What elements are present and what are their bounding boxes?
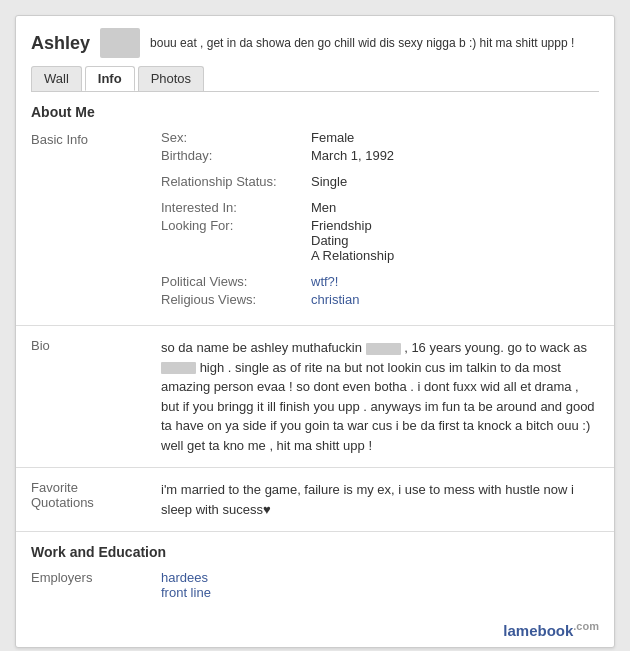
interested-in-row: Interested In: Men	[161, 200, 599, 215]
lamebook-logo: lamebook.com	[503, 622, 599, 639]
relationship-status-row: Relationship Status: Single	[161, 174, 599, 189]
quotations-section: Favorite Quotations i'm married to the g…	[16, 468, 614, 532]
looking-for-1: Friendship	[311, 218, 394, 233]
birthday-label: Birthday:	[161, 148, 311, 163]
bio-layout: Bio so da name be ashley muthafuckin , 1…	[31, 338, 599, 455]
bio-section: Bio so da name be ashley muthafuckin , 1…	[16, 326, 614, 468]
work-education-section: Work and Education Employers hardees fro…	[16, 532, 614, 612]
status-text: bouu eat , get in da showa den go chill …	[150, 36, 599, 50]
looking-for-values: Friendship Dating A Relationship	[311, 218, 394, 263]
work-content: hardees front line	[161, 570, 599, 600]
religious-views-value: christian	[311, 292, 359, 307]
basic-info-label: Basic Info	[31, 130, 161, 310]
interested-in-label: Interested In:	[161, 200, 311, 215]
profile-header: Ashley bouu eat , get in da showa den go…	[16, 16, 614, 66]
birthday-value: March 1, 1992	[311, 148, 394, 163]
username: Ashley	[31, 33, 90, 54]
tab-photos[interactable]: Photos	[138, 66, 204, 91]
work-layout: Employers hardees front line	[31, 570, 599, 600]
relationship-status-value: Single	[311, 174, 347, 189]
avatar	[100, 28, 140, 58]
logo-text: lamebook	[503, 622, 573, 639]
basic-info-content: Sex: Female Birthday: March 1, 1992 Rela…	[161, 130, 599, 310]
birthday-row: Birthday: March 1, 1992	[161, 148, 599, 163]
looking-for-row: Looking For: Friendship Dating A Relatio…	[161, 218, 599, 263]
political-views-value: wtf?!	[311, 274, 338, 289]
quotes-layout: Favorite Quotations i'm married to the g…	[31, 480, 599, 519]
relationship-status-label: Relationship Status:	[161, 174, 311, 189]
bio-text-3: high . single as of rite na but not look…	[161, 360, 595, 453]
tab-wall[interactable]: Wall	[31, 66, 82, 91]
political-views-link[interactable]: wtf?!	[311, 274, 338, 289]
sex-label: Sex:	[161, 130, 311, 145]
about-me-section: About Me Basic Info Sex: Female Birthday…	[16, 92, 614, 326]
bio-text-1: so da name be ashley muthafuckin	[161, 340, 362, 355]
bio-label: Bio	[31, 338, 161, 455]
employer-name-link[interactable]: hardees	[161, 570, 599, 585]
religious-views-label: Religious Views:	[161, 292, 311, 307]
looking-for-2: Dating	[311, 233, 394, 248]
basic-info-group: Basic Info Sex: Female Birthday: March 1…	[31, 130, 599, 310]
employer-position-link[interactable]: front line	[161, 585, 599, 600]
sex-row: Sex: Female	[161, 130, 599, 145]
tab-bar: Wall Info Photos	[16, 66, 614, 91]
interested-in-value: Men	[311, 200, 336, 215]
bio-text-2: , 16 years young. go to wack as	[404, 340, 587, 355]
political-views-label: Political Views:	[161, 274, 311, 289]
bio-redacted-1	[366, 343, 401, 355]
bio-text: so da name be ashley muthafuckin , 16 ye…	[161, 338, 599, 455]
sex-value: Female	[311, 130, 354, 145]
religious-views-link[interactable]: christian	[311, 292, 359, 307]
profile-card: Ashley bouu eat , get in da showa den go…	[15, 15, 615, 648]
employers-label: Employers	[31, 570, 161, 600]
tab-info[interactable]: Info	[85, 66, 135, 91]
political-views-row: Political Views: wtf?!	[161, 274, 599, 289]
quotations-label: Favorite Quotations	[31, 480, 161, 519]
bio-redacted-2	[161, 362, 196, 374]
looking-for-3: A Relationship	[311, 248, 394, 263]
footer: lamebook.com	[16, 612, 614, 647]
looking-for-label: Looking For:	[161, 218, 311, 263]
logo-suffix: .com	[573, 620, 599, 632]
work-education-title: Work and Education	[31, 544, 599, 560]
religious-views-row: Religious Views: christian	[161, 292, 599, 307]
quotations-text: i'm married to the game, failure is my e…	[161, 480, 599, 519]
about-me-title: About Me	[31, 104, 599, 120]
